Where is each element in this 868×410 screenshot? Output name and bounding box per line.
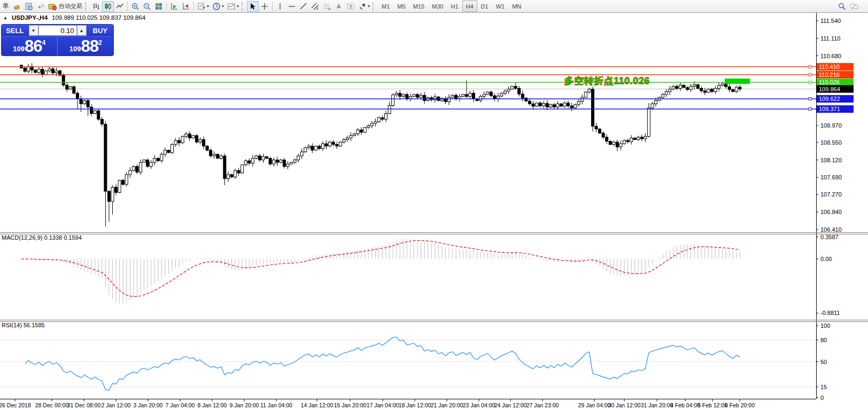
trendline-tool-icon[interactable] <box>298 1 309 12</box>
pivot-annotation-text: 多空转折点110.026 <box>564 75 650 88</box>
arrows-tool-icon[interactable]: ▾ <box>356 1 371 12</box>
collapse-triangle-icon[interactable]: ▲ <box>3 15 7 20</box>
price-axis-tick: 110.680 <box>820 53 841 59</box>
new-chart-icon[interactable]: ▾ <box>196 1 211 12</box>
crosshair-tool-icon[interactable] <box>259 1 270 12</box>
time-axis-tick: 8 Jan 12:00 <box>198 402 227 408</box>
chart-title-bar: ▲ USDJPY-,H4 109.989 110.025 109.837 109… <box>3 14 145 21</box>
ohlc-values: 109.989 110.025 109.837 109.864 <box>52 14 145 21</box>
periodicity-clock-icon[interactable]: ▾ <box>211 1 226 12</box>
price-axis-tick: 108.550 <box>820 139 842 146</box>
toolbar-separator <box>272 2 273 11</box>
time-axis-tick: 5 Feb 12:00 <box>698 402 727 408</box>
time-axis-tick: 30 Jan 12:00 <box>608 402 641 408</box>
mt4-window: 单 自动交易 <box>0 0 868 410</box>
time-axis-tick: 29 Jan 04:00 <box>578 402 611 408</box>
rsi-axis-tick: 15 <box>820 384 827 390</box>
time-axis-tick: 23 Jan 04:00 <box>463 402 495 408</box>
time-axis-tick: 4 Feb 04:00 <box>670 402 700 408</box>
price-list-icon[interactable] <box>23 1 35 12</box>
toolbar-grip <box>85 2 88 11</box>
symbol-period-label: USDJPY-,H4 <box>12 14 48 21</box>
toolbar-separator <box>166 2 167 11</box>
zoom-in-icon[interactable] <box>129 1 141 12</box>
chart-shift-icon[interactable] <box>180 1 192 12</box>
timeframe-button-m1[interactable]: M1 <box>378 1 393 12</box>
price-axis-tick: 111.110 <box>820 35 840 42</box>
highlight-rectangle <box>725 78 750 84</box>
timeframe-button-m5[interactable]: M5 <box>393 1 409 12</box>
price-badge: 109.622 <box>819 96 840 102</box>
volume-input[interactable] <box>38 25 77 36</box>
channel-tool-icon[interactable]: E <box>309 1 321 12</box>
time-axis-tick: 21 Jan 20:00 <box>431 402 463 408</box>
line-chart-type-icon[interactable] <box>114 1 126 12</box>
gold-bars-icon[interactable] <box>11 1 23 12</box>
timeframe-button-m15[interactable]: M15 <box>409 1 428 12</box>
timeframe-button-w1[interactable]: W1 <box>492 1 509 12</box>
price-axis-tick: 107.270 <box>820 191 842 198</box>
chart-canvas[interactable]: 111.540111.110110.680108.970108.550108.1… <box>0 0 868 410</box>
sell-price-sup: 4 <box>42 39 46 46</box>
volume-decrease-button[interactable]: ▼ <box>29 25 38 36</box>
rsi-pane[interactable] <box>0 337 816 390</box>
tile-windows-icon[interactable] <box>153 1 165 12</box>
timeframe-button-d1[interactable]: D1 <box>477 1 492 12</box>
buy-price-button[interactable]: 109 88 2 <box>58 37 114 56</box>
time-axis-tick: 27 Jan 23:00 <box>526 402 559 408</box>
buy-button[interactable]: BUY <box>87 25 114 36</box>
signal-icon[interactable] <box>35 1 46 12</box>
chat-icon[interactable] <box>848 1 861 12</box>
time-axis-tick: 14 Jan 12:00 <box>301 402 334 408</box>
sell-price-prefix: 109 <box>13 45 25 53</box>
time-axis-tick: 24 Jan 12:00 <box>494 402 527 408</box>
auto-scroll-icon[interactable] <box>168 1 180 12</box>
volume-increase-button[interactable]: ▲ <box>77 25 87 36</box>
time-axis-tick: 28 Dec 00:00 <box>35 402 69 408</box>
horizontal-line-tool-icon[interactable] <box>286 1 298 12</box>
macd-indicator-label: MACD(12,26,9) 0.1338 0.1594 <box>2 234 82 241</box>
timeframe-button-mn[interactable]: MN <box>508 1 525 12</box>
new-order-button[interactable]: 单 <box>0 1 11 12</box>
rsi-axis-tick: 50 <box>820 359 827 365</box>
time-axis-tick: 9 Jan 20:00 <box>230 402 259 408</box>
macd-axis-tick: 0.00 <box>820 256 832 262</box>
fibonacci-tool-icon[interactable]: F <box>321 1 333 12</box>
price-axis-tick: 107.690 <box>820 174 842 180</box>
text-tool-icon[interactable]: A <box>333 1 345 12</box>
vertical-line-tool-icon[interactable] <box>274 1 286 12</box>
timeframe-button-m30[interactable]: M30 <box>428 1 447 12</box>
bar-chart-type-icon[interactable] <box>90 1 102 12</box>
buy-price-big: 88 <box>81 37 98 56</box>
time-axis-tick: 6 Feb 20:00 <box>725 402 755 408</box>
rsi-axis-tick: 80 <box>820 337 827 343</box>
price-badge: 110.216 <box>819 72 840 78</box>
price-axis-tick: 111.540 <box>820 18 841 24</box>
sell-button[interactable]: SELL <box>2 25 28 36</box>
timeframe-toolbar: M1M5M15M30H1H4D1W1MN <box>378 1 525 12</box>
timeframe-button-h4[interactable]: H4 <box>462 1 477 12</box>
candlestick-pane[interactable] <box>0 63 816 226</box>
text-label-tool-icon[interactable]: T <box>345 1 356 12</box>
zoom-out-icon[interactable] <box>141 1 153 12</box>
macd-axis-tick: 0.3587 <box>820 234 839 240</box>
cursor-tool-icon[interactable] <box>247 1 259 12</box>
time-axis-tick: 3 Jan 20:00 <box>134 402 163 408</box>
svg-text:A: A <box>337 3 341 10</box>
templates-icon[interactable]: ▾ <box>226 1 241 12</box>
sell-price-button[interactable]: 109 86 4 <box>2 37 58 56</box>
horizontal-level-lines[interactable] <box>0 66 816 111</box>
timeframe-button-h1[interactable]: H1 <box>447 1 462 12</box>
time-axis-tick: 26 Dec 2018 <box>0 402 31 408</box>
time-axis-tick: 31 Jan 20:00 <box>641 402 673 408</box>
main-toolbar: 单 自动交易 <box>0 0 868 13</box>
autotrading-button[interactable]: 自动交易 <box>46 1 84 12</box>
sell-price-big: 86 <box>25 37 42 56</box>
macd-pane[interactable] <box>21 239 740 304</box>
time-axis-tick: 18 Jan 12:00 <box>399 402 431 408</box>
price-axis-tick: 108.970 <box>820 122 842 129</box>
candlestick-type-icon[interactable] <box>102 1 114 12</box>
search-icon[interactable] <box>836 1 848 12</box>
time-axis-tick: 15 Jan 20:00 <box>334 402 367 408</box>
rsi-axis-tick: 0 <box>820 395 824 401</box>
